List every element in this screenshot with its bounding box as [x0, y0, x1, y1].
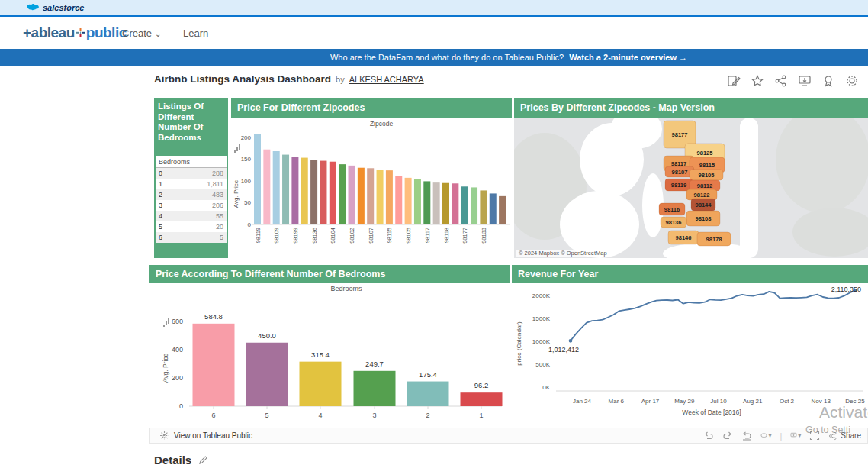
- svg-text:98115: 98115: [386, 228, 393, 243]
- byline: by: [336, 75, 345, 84]
- bar-mark[interactable]: [320, 161, 326, 224]
- viz-action-icons: [727, 74, 859, 88]
- listings-table[interactable]: Bedrooms 028811,8112483320645552065: [156, 156, 227, 243]
- svg-text:98112: 98112: [697, 182, 712, 189]
- favorite-star-icon[interactable]: [751, 74, 764, 88]
- line-mark[interactable]: [571, 290, 855, 341]
- svg-text:2,110,350: 2,110,350: [831, 286, 861, 293]
- svg-text:100: 100: [241, 178, 252, 185]
- svg-text:Nov 13: Nov 13: [812, 398, 831, 405]
- redo-icon[interactable]: [722, 431, 733, 441]
- listings-table-header: Bedrooms: [156, 156, 227, 168]
- svg-text:1: 1: [479, 412, 483, 419]
- bar-mark[interactable]: [461, 392, 503, 406]
- view-on-tableau-public[interactable]: View on Tableau Public: [159, 431, 252, 441]
- bar-mark[interactable]: [300, 362, 342, 406]
- download-icon[interactable]: [798, 74, 812, 88]
- bar-mark[interactable]: [442, 183, 449, 224]
- zipcodes-map[interactable]: 9817798125981179811598107981059811998112…: [514, 118, 868, 258]
- bar-mark[interactable]: [354, 371, 396, 406]
- table-row[interactable]: 520: [156, 221, 227, 232]
- svg-text:3: 3: [372, 412, 376, 419]
- edit-icon[interactable]: [727, 74, 741, 88]
- svg-text:200: 200: [241, 134, 252, 141]
- toolbar-separator: |: [780, 431, 782, 441]
- bar-mark[interactable]: [246, 343, 288, 406]
- bar-mark[interactable]: [405, 178, 412, 224]
- bar-mark[interactable]: [480, 190, 487, 224]
- svg-text:98178: 98178: [706, 236, 722, 243]
- bar-mark[interactable]: [282, 155, 289, 224]
- bar-mark[interactable]: [339, 164, 346, 224]
- bar-mark[interactable]: [499, 196, 506, 224]
- zipcode-bar-chart[interactable]: Zipcode050100150200Avg. Price98119981099…: [231, 118, 512, 258]
- bar-mark[interactable]: [254, 134, 261, 224]
- svg-text:98109: 98109: [273, 228, 280, 244]
- viz-bottom-toolbar: View on Tableau Public ▾ | ▾: [149, 428, 868, 444]
- bar-mark[interactable]: [386, 170, 393, 224]
- bar-mark[interactable]: [367, 168, 374, 224]
- author-link[interactable]: ALKESH ACHARYA: [349, 75, 424, 84]
- caret-down-icon: ▾: [768, 432, 771, 439]
- undo-icon[interactable]: [703, 431, 714, 441]
- table-row[interactable]: 3206: [156, 200, 227, 211]
- svg-text:May 29: May 29: [674, 398, 695, 405]
- bar-mark[interactable]: [433, 182, 440, 224]
- bar-mark[interactable]: [291, 157, 298, 224]
- tableau-sun-icon: [159, 431, 169, 441]
- svg-text:150: 150: [241, 156, 252, 163]
- bar-mark[interactable]: [301, 158, 308, 224]
- svg-text:98108: 98108: [696, 215, 712, 222]
- map-attribution[interactable]: © 2024 Mapbox © OpenStreetMap: [516, 250, 609, 257]
- replay-icon[interactable]: [741, 431, 752, 441]
- bar-mark[interactable]: [193, 324, 235, 406]
- svg-text:400: 400: [172, 346, 183, 354]
- toolbar-share-button[interactable]: Share: [828, 431, 861, 441]
- bar-mark[interactable]: [461, 186, 468, 224]
- table-row[interactable]: 455: [156, 211, 227, 221]
- bar-mark[interactable]: [330, 162, 336, 224]
- bar-mark[interactable]: [358, 168, 365, 224]
- bar-mark[interactable]: [395, 176, 402, 224]
- bar-mark[interactable]: [263, 150, 270, 224]
- fullscreen-icon[interactable]: [809, 431, 820, 441]
- svg-text:200: 200: [172, 374, 183, 382]
- share-icon[interactable]: [774, 74, 788, 88]
- bedrooms-bar-chart[interactable]: Bedrooms0200400600Avg. Price584.86450.05…: [149, 283, 510, 425]
- tableau-public-logo[interactable]: +ableau public: [23, 24, 127, 41]
- banner-watch-overview-link[interactable]: Watch a 2-minute overview →: [569, 53, 687, 62]
- bar-mark[interactable]: [490, 193, 497, 224]
- bar-mark[interactable]: [423, 181, 430, 224]
- bar-mark[interactable]: [377, 170, 384, 224]
- svg-text:Jul 10: Jul 10: [710, 398, 727, 405]
- bar-mark[interactable]: [471, 187, 477, 224]
- bar-mark[interactable]: [349, 166, 355, 224]
- table-row[interactable]: 0288: [156, 168, 227, 179]
- salesforce-wordmark: salesforce: [43, 3, 84, 12]
- salesforce-logo[interactable]: salesforce: [26, 3, 84, 12]
- svg-text:98105: 98105: [405, 228, 412, 244]
- bar-mark[interactable]: [452, 183, 458, 224]
- download-monitor-icon[interactable]: ▾: [790, 431, 801, 441]
- revenue-line-chart[interactable]: 0K500K1000K1500K2000Kprice (Calendar)1,0…: [512, 283, 868, 425]
- bar-mark[interactable]: [273, 151, 280, 224]
- presentation-mode-icon[interactable]: ▾: [760, 431, 771, 441]
- bar-mark[interactable]: [414, 179, 421, 224]
- panel-listings-title: Listings Of Different Number Of Bedrooms: [154, 98, 228, 143]
- nav-learn-link[interactable]: Learn: [183, 27, 208, 39]
- svg-text:2000K: 2000K: [532, 292, 551, 299]
- bar-mark[interactable]: [310, 160, 317, 224]
- settings-gear-icon[interactable]: [845, 74, 859, 88]
- edit-pencil-icon[interactable]: [198, 455, 208, 465]
- table-row[interactable]: 11,811: [156, 179, 227, 189]
- bar-mark[interactable]: [407, 382, 449, 406]
- svg-text:Avg. Price: Avg. Price: [233, 179, 240, 208]
- viz-header: Airbnb Listings Analysis Dashboard by AL…: [154, 73, 424, 85]
- share-icon: [828, 431, 837, 441]
- svg-text:0K: 0K: [542, 384, 550, 391]
- table-row[interactable]: 2483: [156, 189, 227, 200]
- nav-create-menu[interactable]: Create⌄: [122, 27, 161, 39]
- award-icon[interactable]: [821, 74, 835, 88]
- svg-text:98136: 98136: [311, 228, 318, 244]
- table-row[interactable]: 65: [156, 232, 227, 243]
